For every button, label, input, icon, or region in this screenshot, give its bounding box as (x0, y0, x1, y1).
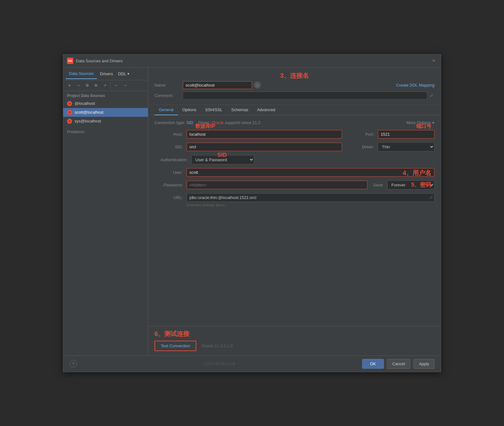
annotation-username: 4、用户名 (403, 169, 431, 176)
driver-note: supports since 11.2 (225, 120, 260, 125)
tab-ddl[interactable]: DDL ▼ (116, 70, 132, 77)
url-label: URL: (154, 195, 183, 200)
save-label: Save: (373, 183, 384, 187)
datasource-icon-at-localhost (67, 101, 72, 106)
remove-button[interactable]: − (75, 82, 82, 89)
conn-type-value: SID (187, 120, 193, 125)
port-input[interactable] (378, 130, 434, 139)
tab-advanced[interactable]: Advanced (253, 105, 280, 115)
annotation-conn-name: 3、连接名 (280, 72, 309, 79)
name-row: Name: ○ Create DDL Mapping (154, 81, 434, 89)
datasource-icon-sys (67, 119, 72, 124)
left-panel: Data Sources Drivers DDL ▼ + − ⧉ ⚙ ↗ ← →… (63, 68, 148, 355)
tab-options[interactable]: Options (178, 105, 201, 115)
sid-label: SID: (154, 145, 183, 149)
ok-button[interactable]: OK (362, 359, 384, 369)
title-bar: DG Data Sources and Drivers × (63, 54, 441, 68)
left-tab-bar: Data Sources Drivers DDL ▼ (63, 68, 148, 80)
app-icon: DG (67, 58, 73, 64)
comment-row: Comment: ⤢ (154, 92, 434, 99)
copy-button[interactable]: ⧉ (83, 82, 91, 89)
sid-input[interactable] (187, 143, 342, 151)
annotation-password: 5、密码 (411, 182, 431, 188)
user-label: User: (154, 170, 183, 175)
password-row: Password: Save: Forever Until restart Ne… (154, 180, 434, 190)
form-bottom: 6、测试连接 Test Connection Oracle 11.2.0.1.0 (148, 326, 441, 355)
test-connection-annotation: 6、测试连接 (154, 330, 434, 338)
left-toolbar: + − ⧉ ⚙ ↗ ← → (63, 80, 148, 91)
annotation-sid: SID (217, 152, 227, 158)
sid-driver-grid: SID: Driver: Thin OCI JDBC (154, 142, 434, 151)
test-row: Test Connection Oracle 11.2.0.1.0 (154, 341, 434, 351)
right-panel: 3、连接名 Name: ○ Create DDL Mapping Comment… (148, 68, 441, 355)
tab-drivers[interactable]: Drivers (97, 69, 116, 79)
user-input[interactable] (187, 168, 434, 177)
driver-label: Driver: (346, 145, 374, 149)
settings-button[interactable]: ⚙ (92, 82, 100, 89)
name-label: Name: (154, 83, 183, 88)
help-button[interactable]: ? (70, 360, 77, 367)
name-options-button[interactable]: ○ (254, 82, 261, 88)
watermark: CSDN @日落金沙滩 (204, 361, 235, 366)
tab-data-sources[interactable]: Data Sources (66, 69, 97, 79)
cancel-button[interactable]: Cancel (387, 359, 410, 369)
ddl-dropdown-arrow: ▼ (127, 72, 130, 76)
user-row: User: (154, 168, 434, 177)
form-header: 3、连接名 Name: ○ Create DDL Mapping Comment… (148, 68, 441, 105)
comment-input[interactable] (183, 92, 427, 99)
tab-ssh-ssl[interactable]: SSH/SSL (201, 105, 227, 115)
oracle-version: Oracle 11.2.0.1.0 (201, 344, 233, 348)
name-input-wrap: ○ (183, 81, 396, 89)
apply-button[interactable]: Apply (413, 359, 434, 369)
dialog: DG Data Sources and Drivers × Data Sourc… (63, 54, 441, 372)
auth-label: Authentication: (154, 157, 188, 162)
toolbar-separator (110, 83, 111, 88)
url-wrap: ⤢ (187, 193, 434, 202)
comment-expand-button[interactable]: ⤢ (428, 93, 434, 99)
auth-row: Authentication: User & Password No Auth … (154, 155, 434, 164)
config-tabs: General Options SSH/SSL Schemas Advanced (148, 105, 441, 115)
port-label: Port: (346, 132, 374, 137)
datasource-item-at-localhost[interactable]: @localhost (63, 99, 148, 108)
host-label: Host: (154, 132, 183, 137)
more-options-chevron: ▾ (432, 120, 434, 125)
test-connection-button[interactable]: Test Connection (154, 341, 196, 351)
comment-label: Comment: (154, 93, 183, 98)
dialog-title: Data Sources and Drivers (76, 59, 431, 63)
section-label: Project Data Sources (63, 91, 148, 99)
problems-section: Problems (63, 127, 148, 137)
url-hint: Overrides settings above (154, 203, 434, 207)
datasource-icon-scott (67, 110, 72, 115)
datasource-item-scott[interactable]: scott@localhost (63, 108, 148, 117)
close-button[interactable]: × (431, 58, 437, 64)
host-port-grid: Host: Port: (154, 130, 434, 139)
form-body: Connection type: SID Driver: Oracle supp… (148, 115, 441, 326)
url-expand-button[interactable]: ⤢ (429, 195, 433, 200)
annotation-db-ip: 数据库IP (195, 123, 215, 129)
forward-button[interactable]: → (121, 82, 129, 89)
main-content: Data Sources Drivers DDL ▼ + − ⧉ ⚙ ↗ ← →… (63, 68, 441, 355)
add-button[interactable]: + (66, 82, 73, 89)
tab-general[interactable]: General (154, 105, 178, 115)
driver-select[interactable]: Thin OCI JDBC (378, 142, 434, 151)
back-button[interactable]: ← (113, 82, 120, 89)
dialog-footer: ? CSDN @日落金沙滩 OK Cancel Apply (63, 355, 441, 372)
annotation-port: 端口号 (416, 123, 431, 129)
name-input[interactable] (183, 81, 252, 89)
host-input[interactable] (187, 130, 342, 139)
url-input[interactable] (187, 193, 434, 202)
create-ddl-link[interactable]: Create DDL Mapping (396, 83, 434, 88)
password-label: Password: (154, 183, 183, 187)
datasource-item-sys[interactable]: sys@localhost (63, 117, 148, 126)
url-row: URL: ⤢ (154, 193, 434, 202)
tab-schemas[interactable]: Schemas (227, 105, 253, 115)
export-button[interactable]: ↗ (101, 82, 109, 89)
password-input[interactable] (187, 181, 367, 189)
